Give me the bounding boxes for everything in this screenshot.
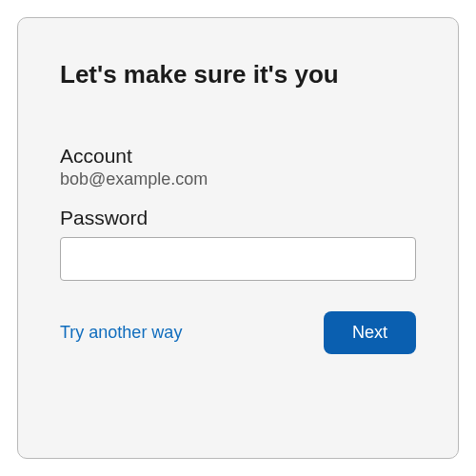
password-label: Password (60, 207, 416, 229)
verification-card: Let's make sure it's you Account bob@exa… (17, 17, 459, 459)
page-title: Let's make sure it's you (60, 60, 416, 89)
account-value: bob@example.com (60, 169, 416, 189)
password-input[interactable] (60, 237, 416, 281)
next-button[interactable]: Next (324, 311, 416, 354)
try-another-way-link[interactable]: Try another way (60, 323, 182, 343)
account-label: Account (60, 145, 416, 168)
actions-row: Try another way Next (60, 311, 416, 354)
